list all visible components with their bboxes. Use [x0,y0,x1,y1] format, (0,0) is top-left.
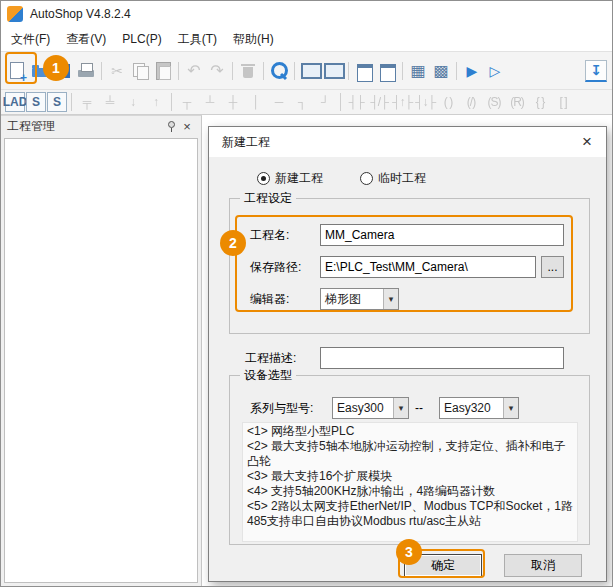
toolbar-separator [232,62,233,80]
step-1-badge: 1 [43,55,69,81]
new-project-dialog: 新建工程 × 新建工程 临时工程 工程设定 工程名: 保存路径: ... [208,126,607,582]
undo-icon[interactable]: ↶ [183,60,205,82]
chevron-down-icon: ▾ [503,398,518,418]
project-type-radios: 新建工程 临时工程 [257,170,426,187]
project-manager-panel: 工程管理 × [1,115,202,586]
tile-windows-icon[interactable] [353,60,375,82]
sfc-action-badge[interactable]: S [47,92,67,112]
menu-help[interactable]: 帮助(H) [225,28,282,51]
dialog-body: 新建工程 临时工程 工程设定 工程名: 保存路径: ... 编辑器: 梯形图 ▾… [209,157,606,581]
device-description-line: <5> 2路以太网支持EtherNet/IP、Modbus TCP和Socket… [247,499,573,529]
app-window: AutoShop V4.8.2.4 文件(F)查看(V)PLC(P)工具(T)帮… [0,0,613,587]
compile-all-icon[interactable]: ▩ [430,60,452,82]
coil-reset-icon[interactable]: (R) [506,92,528,112]
radio-temp-project[interactable]: 临时工程 [360,170,426,187]
project-desc-input[interactable] [320,347,564,369]
device-description-line: <4> 支持5轴200KHz脉冲输出，4路编码器计数 [247,484,573,499]
radio-new-project[interactable]: 新建工程 [257,170,323,187]
dialog-close-icon[interactable]: × [570,127,604,157]
cut-icon[interactable]: ✂ [106,60,128,82]
series-select[interactable]: Easy300 ▾ [332,397,409,419]
sfc-step-badge[interactable]: S [26,92,46,112]
browse-button[interactable]: ... [541,256,564,278]
titlebar: AutoShop V4.8.2.4 [1,1,612,27]
radio-temp-project-label: 临时工程 [378,170,426,187]
toolbar-separator [178,62,179,80]
contact-closed-icon[interactable]: ┤/├ [368,92,390,112]
print-icon[interactable] [75,60,97,82]
project-settings-group-title: 工程设定 [240,191,296,205]
insert-up-icon[interactable]: ↑ [145,92,167,112]
step-3-badge: 3 [396,539,422,565]
horizontal-line-icon[interactable]: ─ [268,92,290,112]
run-icon[interactable]: ▶ [461,60,483,82]
menu-file[interactable]: 文件(F) [3,28,58,51]
editor-select[interactable]: 梯形图 ▾ [320,288,399,310]
project-manager-title: 工程管理 [7,118,163,135]
coil-negated-icon[interactable]: (/) [460,92,482,112]
toolbar-separator [71,93,72,111]
junction-icon[interactable]: ┼ [222,92,244,112]
download-program-icon[interactable] [322,60,344,82]
ladder-toolbar: LADSS╤╧↓↑┬┴┼│─┐┘┤├┤/├┤↑├┤↓├( )(/)(S)(R){… [1,89,612,115]
copy-icon[interactable] [129,60,151,82]
radio-unselected-icon [360,172,373,185]
branch-up-icon[interactable]: ┴ [199,92,221,112]
series-select-value: Easy300 [333,401,393,415]
menu-view[interactable]: 查看(V) [58,28,114,51]
ladder-editor-badge[interactable]: LAD [5,92,25,112]
delete-icon[interactable] [237,60,259,82]
save-path-label: 保存路径: [250,256,301,278]
contact-rising-icon[interactable]: ┤↑├ [391,92,413,112]
paste-icon[interactable] [152,60,174,82]
series-model-separator: -- [415,397,423,419]
editor-select-value: 梯形图 [321,291,383,308]
save-path-input[interactable] [320,256,536,278]
close-panel-icon[interactable]: × [179,119,195,135]
radio-selected-icon [257,172,270,185]
project-name-input[interactable] [320,224,564,246]
device-selection-group-title: 设备选型 [240,368,296,382]
radio-new-project-label: 新建工程 [275,170,323,187]
editor-label: 编辑器: [250,288,289,310]
coil-icon[interactable]: ( ) [437,92,459,112]
compile-icon[interactable]: ▦ [407,60,429,82]
compare-block-icon[interactable]: [ ] [552,92,574,112]
chevron-down-icon: ▾ [383,289,398,309]
coil-set-icon[interactable]: (S) [483,92,505,112]
search-icon[interactable] [268,60,290,82]
toolbar-separator [171,93,172,111]
window-title: AutoShop V4.8.2.4 [30,7,131,21]
contact-falling-icon[interactable]: ┤↓├ [414,92,436,112]
corner-up-icon[interactable]: ┘ [314,92,336,112]
branch-down-icon[interactable]: ┬ [176,92,198,112]
dialog-titlebar: 新建工程 × [209,127,606,157]
project-manager-header: 工程管理 × [1,116,201,137]
new-project-icon[interactable] [6,60,28,82]
device-description-line: <1> 网络型小型PLC [247,424,573,439]
function-block-icon[interactable]: { } [529,92,551,112]
main-toolbar: ✂↶↷▦▩▶▷↧ [1,51,612,89]
corner-down-icon[interactable]: ┐ [291,92,313,112]
cascade-windows-icon[interactable] [376,60,398,82]
insert-row-icon[interactable]: ╤ [76,92,98,112]
menu-tools[interactable]: 工具(T) [170,28,225,51]
download-plc-icon[interactable]: ↧ [585,60,607,82]
contact-open-icon[interactable]: ┤├ [345,92,367,112]
pin-icon[interactable] [163,119,179,135]
upload-program-icon[interactable] [299,60,321,82]
device-description-line: <3> 最大支持16个扩展模块 [247,469,573,484]
model-select-value: Easy320 [440,401,503,415]
project-desc-label: 工程描述: [245,347,296,369]
vertical-line-icon[interactable]: │ [245,92,267,112]
delete-row-icon[interactable]: ╧ [99,92,121,112]
dialog-title: 新建工程 [222,134,270,151]
cancel-button[interactable]: 取消 [504,554,582,577]
menu-plc[interactable]: PLC(P) [114,29,169,49]
model-select[interactable]: Easy320 ▾ [439,397,519,419]
redo-icon[interactable]: ↷ [206,60,228,82]
monitor-icon[interactable]: ▷ [484,60,506,82]
toolbar-separator [340,93,341,111]
toolbar-separator [294,62,295,80]
insert-down-icon[interactable]: ↓ [122,92,144,112]
